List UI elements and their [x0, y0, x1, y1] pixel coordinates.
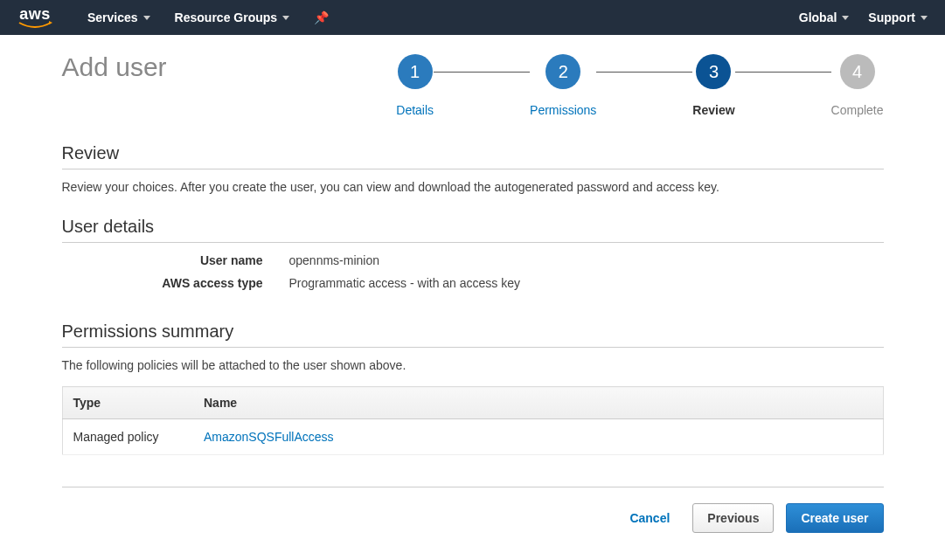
step-connector — [735, 72, 831, 73]
user-details-block: User name opennms-minion AWS access type… — [62, 253, 884, 290]
policy-table-row: Managed policy AmazonSQSFullAccess — [62, 419, 883, 455]
step-label: Details — [396, 103, 434, 117]
permissions-summary-heading: Permissions summary — [62, 321, 884, 348]
chevron-down-icon — [282, 16, 289, 20]
step-connector — [596, 72, 692, 73]
access-type-value: Programmatic access - with an access key — [289, 276, 521, 290]
policy-table-header-type: Type — [62, 387, 193, 419]
step-details[interactable]: 1 Details — [396, 54, 434, 117]
user-details-heading: User details — [62, 217, 884, 243]
step-review[interactable]: 3 Review — [692, 54, 734, 117]
username-value: opennms-minion — [289, 253, 380, 267]
nav-region-label: Global — [799, 10, 837, 24]
wizard-steps: 1 Details 2 Permissions 3 Review 4 Compl… — [396, 52, 883, 117]
page-title: Add user — [62, 52, 167, 82]
step-permissions[interactable]: 2 Permissions — [530, 54, 596, 117]
previous-button[interactable]: Previous — [692, 503, 774, 533]
step-number: 3 — [696, 54, 731, 89]
policy-table: Type Name Managed policy AmazonSQSFullAc… — [62, 386, 884, 455]
step-number: 4 — [840, 54, 875, 89]
top-nav: aws Services Resource Groups 📌 Global Su… — [0, 0, 945, 35]
nav-support-label: Support — [868, 10, 915, 24]
aws-logo[interactable]: aws — [17, 5, 52, 30]
step-number: 1 — [398, 54, 433, 89]
cancel-button[interactable]: Cancel — [619, 504, 680, 532]
step-label: Review — [692, 103, 734, 117]
create-user-button[interactable]: Create user — [786, 503, 883, 533]
detail-row-username: User name opennms-minion — [62, 253, 884, 267]
nav-resource-groups[interactable]: Resource Groups — [175, 10, 289, 24]
aws-swoosh-icon — [17, 21, 52, 30]
detail-row-access-type: AWS access type Programmatic access - wi… — [62, 276, 884, 290]
footer-divider — [62, 487, 884, 487]
username-label: User name — [62, 253, 289, 267]
review-heading: Review — [62, 143, 884, 169]
step-number: 2 — [545, 54, 580, 89]
nav-support[interactable]: Support — [868, 10, 928, 24]
nav-services-label: Services — [87, 10, 138, 24]
step-connector — [434, 72, 530, 73]
policy-type-cell: Managed policy — [62, 419, 193, 455]
chevron-down-icon — [143, 16, 150, 20]
chevron-down-icon — [842, 16, 849, 20]
nav-region[interactable]: Global — [799, 10, 850, 24]
step-label: Permissions — [530, 103, 596, 117]
access-type-label: AWS access type — [62, 276, 289, 290]
nav-resource-groups-label: Resource Groups — [175, 10, 277, 24]
step-label: Complete — [831, 103, 884, 117]
step-complete: 4 Complete — [831, 54, 884, 117]
policy-name-link[interactable]: AmazonSQSFullAccess — [204, 430, 334, 444]
pin-icon[interactable]: 📌 — [314, 10, 329, 24]
chevron-down-icon — [921, 16, 928, 20]
action-row: Cancel Previous Create user — [62, 503, 884, 533]
policy-table-header-name: Name — [193, 387, 883, 419]
review-description: Review your choices. After you create th… — [62, 180, 884, 194]
permissions-summary-description: The following policies will be attached … — [62, 358, 884, 372]
nav-services[interactable]: Services — [87, 10, 150, 24]
